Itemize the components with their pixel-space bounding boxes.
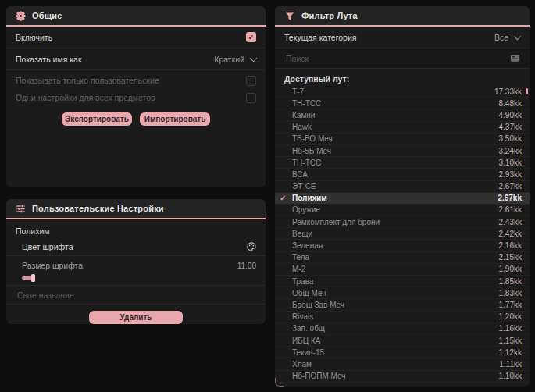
same-settings-label: Одни настройки для всех предметов [16,93,155,102]
category-row: Текущая категория Все [275,27,530,48]
same-settings-row: Одни настройки для всех предметов [6,89,266,106]
loot-list-item[interactable]: ✓ Общ Меч 1.83kk [275,287,530,299]
loot-list-item[interactable]: ✓ Камни 4.90kk [275,109,530,121]
loot-list-item[interactable]: ✓ ТБ-ВО Меч 3.50kk [275,134,530,145]
loot-list-item[interactable]: ✓ Нб-ПОПМ Меч 1.10kk [275,371,530,383]
loot-item-name: Общ Меч [292,289,326,298]
loot-list-item[interactable]: ✓ ВСА 2.93kk [275,169,530,180]
name-mode-value: Краткий [214,55,244,64]
only-custom-row: Показывать только пользовательские [6,72,266,89]
export-import-row: Экспортировать Импортировать [6,112,266,126]
loot-list-item[interactable]: ✓ Зеленая 2.16kk [275,240,530,251]
loot-list-item[interactable]: ✓ Оружие 2.61kk [275,205,530,216]
category-dropdown[interactable]: Все [494,33,520,42]
loot-item-value: 1.90kk [499,265,522,273]
category-label: Текущая категория [284,33,357,42]
loot-item-value: 3.24kk [499,147,522,155]
same-settings-checkbox[interactable] [246,93,256,103]
loot-list: ✓ Т-7 17.33kk ✓ ТН-ТСС 8.48kk ✓ Камни 4.… [275,86,530,383]
delete-button[interactable]: Удалить [89,311,183,324]
enable-checkbox[interactable]: ✓ [246,32,256,42]
loot-filter-header: Фильтр Лута [275,6,530,27]
check-icon: ✓ [280,194,286,202]
loot-item-name: Rivals [292,312,313,321]
loot-item-value: 2.93kk [499,170,522,179]
loot-list-item[interactable]: ✓ Rivals 1.20kk [275,312,530,323]
loot-filter-panel: Фильтр Лута Текущая категория Все Доступ… [275,6,530,387]
loot-item-name: Зеленая [292,241,323,250]
name-mode-dropdown[interactable]: Краткий [214,55,256,64]
loot-item-value: 8.48kk [499,99,522,108]
loot-item-name: Т-7 [292,87,304,96]
loot-list-item[interactable]: ✓ Тела 2.15kk [275,252,530,264]
loot-list-item[interactable]: ✓ ТН-ТСС 8.48kk [275,98,530,109]
custom-name-row [6,286,266,305]
loot-item-value: 1.15kk [499,337,522,345]
import-button[interactable]: Импортировать [140,112,210,126]
general-panel-header: Общие [6,6,266,27]
loot-item-name: ИБЦ КА [292,337,320,345]
loot-item-value: 1.77kk [499,301,522,309]
loot-item-name: Hawk [292,123,312,131]
loot-item-name: Тела [292,253,309,262]
loot-item-value: 2.42kk [499,230,522,238]
loot-list-item[interactable]: ✓ Трава 1.85kk [275,276,530,287]
loot-list-item[interactable]: ✓ Т-7 17.33kk [275,86,530,98]
loot-item-name: Трава [292,277,313,286]
loot-item-value: 2.15kk [499,253,522,262]
font-size-slider[interactable] [22,274,241,282]
loot-item-name: ТН-ТСС [292,99,321,108]
loot-item-name: ТН-ТСС [292,159,321,167]
panel-title: Общие [32,11,62,20]
loot-item-name: Нб-ПОПМ Меч [292,372,345,380]
loot-list-item[interactable]: ✓ Ремкомплект для брони 2.43kk [275,216,530,228]
loot-list-item[interactable]: ✓ Нб-5Б Меч 3.24kk [275,145,530,157]
general-panel: Общие Включить ✓ Показать имя как Кратки… [6,6,266,187]
loot-item-value: 1.83kk [499,289,522,298]
loot-item-name: Нб-5Б Меч [292,147,331,155]
loot-item-value: 2.67kk [499,182,522,191]
name-mode-label: Показать имя как [16,55,82,64]
custom-name-input[interactable] [16,290,256,301]
loot-list-item[interactable]: ✓ М-2 1.90kk [275,264,530,276]
only-custom-label: Показывать только пользовательские [16,76,159,85]
loot-item-value: 1.85kk [499,277,522,286]
funnel-icon [284,11,295,21]
loot-list-item[interactable]: ✓ Полихим 2.67kk [275,193,530,205]
font-size-label: Размер шрифта [22,261,83,270]
loot-list-item[interactable]: ✓ Зап. общ 1.16kk [275,323,530,335]
loot-item-value: 2.67kk [498,194,522,202]
loot-list-item[interactable]: ✓ ИБЦ КА 1.15kk [275,335,530,347]
search-row [275,48,530,69]
font-color-label: Цвет шрифта [22,242,73,251]
loot-item-name: Хлам [292,360,312,369]
scrollbar-thumb[interactable] [526,88,528,94]
loot-list-item[interactable]: ✓ ТН-ТСС 3.10kk [275,157,530,169]
chevron-down-icon [514,32,522,40]
loot-list-item[interactable]: ✓ ЭТ-СЕ 2.67kk [275,181,530,193]
loot-list-item[interactable]: ✓ Брош Зав Меч 1.77kk [275,299,530,311]
font-size-value: 11.00 [237,262,256,270]
loot-list-item[interactable]: ✓ Вещи 2.42kk [275,228,530,240]
palette-icon[interactable] [247,242,256,251]
loot-list-item[interactable]: ✓ Текин-15 1.12kk [275,347,530,358]
loot-item-value: 2.16kk [499,241,522,250]
name-mode-row: Показать имя как Краткий [6,48,266,70]
font-color-row: Цвет шрифта [6,237,266,256]
loot-item-value: 3.10kk [499,159,522,167]
loot-list-item[interactable]: ✓ Хлам 1.11kk [275,358,530,370]
loot-item-value: 1.16kk [499,324,522,333]
search-input[interactable] [284,53,510,64]
app-window: Общие Включить ✓ Показать имя как Кратки… [0,0,535,392]
only-custom-checkbox[interactable] [246,76,256,86]
loot-item-value: 2.61kk [499,205,522,214]
loot-list-item[interactable]: ✓ Hawk 4.37kk [275,122,530,134]
font-size-row: Размер шрифта 11.00 [6,258,266,273]
card-view-icon[interactable] [510,54,520,62]
export-button[interactable]: Экспортировать [62,112,132,126]
loot-item-name: ЭТ-СЕ [292,182,316,191]
enable-row: Включить ✓ [6,27,266,48]
loot-item-name: Полихим [292,194,327,202]
slider-handle[interactable] [31,274,35,282]
category-value: Все [494,33,508,42]
